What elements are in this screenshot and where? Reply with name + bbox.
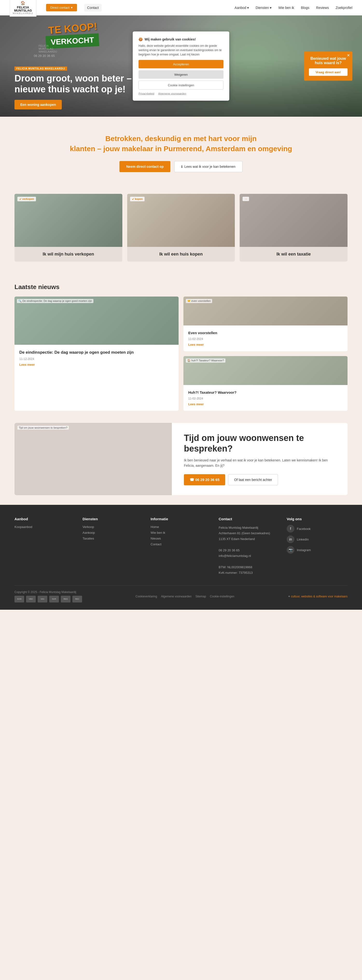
cta-title: Tijd om jouw woonwensen te bespreken? xyxy=(184,433,335,453)
footer-link-cookies[interactable]: Cookieverklaring xyxy=(136,595,157,598)
service-card-taxatie[interactable]: → Ik wil een taxatie xyxy=(240,194,348,262)
hero-cta-buy[interactable]: Een woning aankopen xyxy=(14,100,62,110)
nav-item-wie[interactable]: Wie ben ik xyxy=(278,6,294,10)
cookie-buttons: Accepteren Weigeren Cookie instellingen xyxy=(139,60,223,90)
hero-cta: Een woning aankopen xyxy=(14,100,348,110)
chevron-down-icon: ▾ xyxy=(71,6,73,10)
news-card-body-small-2: Huh?! Taxateur? Waarvoor? 11-02-2024 Lee… xyxy=(183,385,348,411)
nav-link-zoekprofiel[interactable]: Zoekprofiel xyxy=(336,6,352,10)
news-read-more-small-2[interactable]: Lees meer xyxy=(188,402,204,406)
nav-item-blogs[interactable]: Blogs xyxy=(301,6,309,10)
footer-logo-3: VAS xyxy=(38,596,47,603)
nav-link-diensten[interactable]: Diensten ▾ xyxy=(255,6,271,10)
footer-diensten-verkoop[interactable]: Verkoop xyxy=(83,525,144,529)
cookie-terms-link[interactable]: Algemene voorwaarden xyxy=(158,92,186,95)
cta-message-button[interactable]: Of laat een bericht achter xyxy=(228,474,278,485)
footer-diensten-taxaties[interactable]: Taxaties xyxy=(83,536,144,540)
tagline-more-button[interactable]: ℹ Lees wat ik voor je kan betekenen xyxy=(174,161,242,172)
news-card-img-small-2: 🏠 huh?! Taxateur? Waarvoor? xyxy=(183,356,348,385)
linkedin-icon: in xyxy=(287,535,294,543)
footer-info-contact[interactable]: Contact xyxy=(151,542,211,546)
service-card-verkopen[interactable]: ↙ verkopen Ik wil mijn huis verkopen xyxy=(14,194,122,262)
news-img-label-large: 🔍 De eindinspectie: De dag waarop je oge… xyxy=(17,299,93,303)
tagline-contact-button[interactable]: Neem direct contact op xyxy=(120,161,171,172)
navbar: 🏠 FELICIA MUNTSLAG MAKELAARDIJ Direct co… xyxy=(0,0,362,16)
news-read-more-small-1[interactable]: Lees meer xyxy=(188,343,204,347)
service-tag-verkopen: ↙ verkopen xyxy=(18,197,36,201)
footer-contact-address: Achterhaven 81 (Geen bezoekadres) xyxy=(218,531,270,535)
nav-link-aanbod[interactable]: Aanbod ▾ xyxy=(234,6,249,10)
hero-section: TE KOOP! VERKOCHT FELICIAMUNTSLAGMAKELAA… xyxy=(0,16,362,117)
footer-col-informatie: Informatie Home Wie ben ik Nieuws Contac… xyxy=(151,517,211,576)
social-item-facebook[interactable]: f Facebook xyxy=(287,525,348,533)
footer-aanbod-list: Koopaanbod xyxy=(14,525,75,529)
footer-diensten-aankoop[interactable]: Aankoop xyxy=(83,531,144,535)
cookie-accept-button[interactable]: Accepteren xyxy=(139,60,223,68)
hero-tag: FELICIA MUNTSLAG MAKELAARDIJ xyxy=(14,67,67,71)
news-read-more-large[interactable]: Lees meer xyxy=(19,363,35,366)
nav-link-reviews[interactable]: Reviews xyxy=(316,6,329,10)
footer-info-wie[interactable]: Wie ben ik xyxy=(151,531,211,535)
footer-logo-6: REC xyxy=(72,596,82,603)
footer-col-aanbod: Aanbod Koopaanbod xyxy=(14,517,75,576)
cookie-privacy-link[interactable]: Privacybeleid xyxy=(139,92,154,95)
nav-item-aanbod[interactable]: Aanbod ▾ xyxy=(234,6,249,10)
footer: Aanbod Koopaanbod Diensten Verkoop Aanko… xyxy=(0,505,362,610)
footer-credit: ✦ cultuur, websites & software voor make… xyxy=(288,595,348,598)
footer-contact-title: Contact xyxy=(218,517,279,521)
footer-contact-company: Felicia Muntslag Makelaardij xyxy=(218,526,258,530)
tagline-cities: Purmerend, Amsterdam en omgeving xyxy=(164,145,292,153)
cookie-settings-button[interactable]: Cookie instellingen xyxy=(139,81,223,90)
credit-icon: ✦ xyxy=(288,595,290,598)
cta-description: Ik ben benieuwd naar je verhaal en wat i… xyxy=(184,458,335,468)
nav-link-wie[interactable]: Wie ben ik xyxy=(278,6,294,10)
tagline-heading: Betrokken, deskundig en met hart voor mi… xyxy=(48,134,314,154)
close-icon[interactable]: ✕ xyxy=(347,53,350,57)
cookie-banner: 🍪 Wij maken gebruik van cookies! Hallo, … xyxy=(133,32,229,101)
footer-diensten-list: Verkoop Aankoop Taxaties xyxy=(83,525,144,540)
direct-contact-label: Direct contact xyxy=(51,6,70,10)
cookie-reject-button[interactable]: Weigeren xyxy=(139,70,223,79)
nav-item-zoekprofiel[interactable]: Zoekprofiel xyxy=(336,6,352,10)
news-card-large[interactable]: 🔍 De eindinspectie: De dag waarop je oge… xyxy=(14,296,179,411)
footer-credit-link[interactable]: cultuur, websites & software voor makela… xyxy=(291,595,348,598)
cta-content: Tijd om jouw woonwensen te bespreken? Ik… xyxy=(172,423,348,495)
news-right-column: 🤝 even voorstellen Even voorstellen 11-0… xyxy=(183,296,348,411)
footer-info-nieuws[interactable]: Nieuws xyxy=(151,536,211,540)
footer-link-sitemap[interactable]: Sitemap xyxy=(196,595,206,598)
nav-contact-active[interactable]: Contact xyxy=(84,4,102,11)
footer-contact-email: info@feliciamuntslag.nl xyxy=(218,554,251,558)
footer-col-diensten: Diensten Verkoop Aankoop Taxaties xyxy=(83,517,144,576)
news-card-small-1[interactable]: 🤝 even voorstellen Even voorstellen 11-0… xyxy=(183,296,348,351)
cta-phone-button[interactable]: ☎ 06 29 20 36 65 xyxy=(184,474,225,485)
service-card-img-verkopen: ↙ verkopen xyxy=(14,194,122,247)
nav-link-blogs[interactable]: Blogs xyxy=(301,6,309,10)
tagline-more-label: Lees wat ik voor je kan betekenen xyxy=(184,165,236,169)
nav-item-diensten[interactable]: Diensten ▾ xyxy=(255,6,271,10)
news-img-label-small-1: 🤝 even voorstellen xyxy=(186,299,212,303)
service-card-kopen[interactable]: ↙ kopen Ik wil een huis kopen xyxy=(127,194,235,262)
social-item-linkedin[interactable]: in LinkedIn xyxy=(287,535,348,543)
hero-watermark: FELICIAMUNTSLAGMAKELAARDIJ xyxy=(38,45,57,53)
footer-link-terms[interactable]: Algemene voorwaarden xyxy=(161,595,191,598)
footer-contact-btw: NL002009819868 xyxy=(227,565,252,569)
nav-item-reviews[interactable]: Reviews xyxy=(316,6,329,10)
footer-aanbod-koopaanbod[interactable]: Koopaanbod xyxy=(14,525,75,529)
news-card-small-2[interactable]: 🏠 huh?! Taxateur? Waarvoor? Huh?! Taxate… xyxy=(183,356,348,411)
direct-contact-button[interactable]: Direct contact ▾ xyxy=(46,4,77,11)
news-title-large: De eindinspectie: De dag waarop je ogen … xyxy=(19,350,174,355)
news-title-small-1: Even voorstellen xyxy=(188,330,343,335)
service-tag-kopen: ↙ kopen xyxy=(130,197,145,201)
footer-info-home[interactable]: Home xyxy=(151,525,211,529)
footer-informatie-list: Home Wie ben ik Nieuws Contact xyxy=(151,525,211,546)
service-title-kopen: Ik wil een huis kopen xyxy=(132,252,230,257)
social-label-instagram: Instagram xyxy=(297,548,311,552)
footer-logo-4: NVR xyxy=(49,596,59,603)
hero-right-box-button[interactable]: Vraag direct aan! xyxy=(309,68,348,76)
logo[interactable]: 🏠 FELICIA MUNTSLAG MAKELAARDIJ xyxy=(10,0,37,17)
footer-logo-2: VBO xyxy=(26,596,36,603)
news-section-title: Laatste nieuws xyxy=(14,283,348,291)
footer-bottom-links: Cookieverklaring Algemene voorwaarden Si… xyxy=(136,595,234,598)
footer-link-cookie-settings[interactable]: Cookie-instellingen xyxy=(210,595,234,598)
social-item-instagram[interactable]: 📷 Instagram xyxy=(287,546,348,554)
